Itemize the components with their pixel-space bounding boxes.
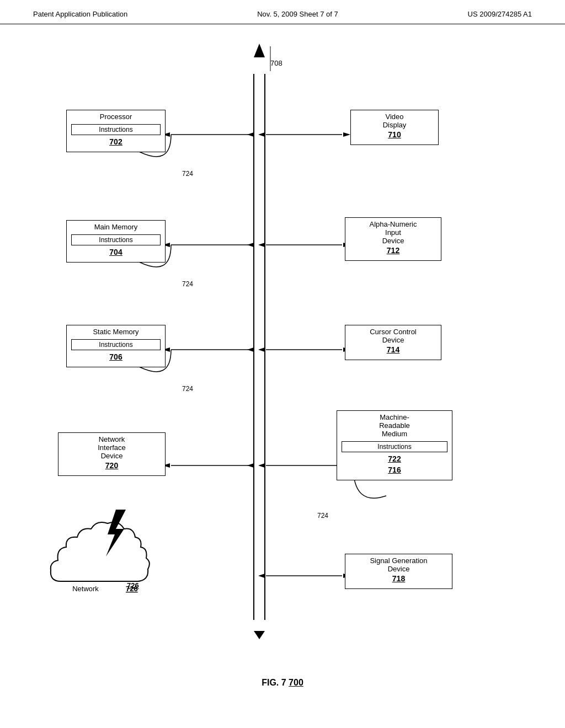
static-memory-box: Static Memory Instructions 706: [66, 325, 166, 367]
static-memory-number: 706: [67, 352, 165, 363]
signal-generation-number: 718: [345, 574, 452, 585]
machine-readable-instructions: Instructions: [342, 441, 447, 452]
svg-marker-18: [247, 463, 254, 468]
svg-text:Network: Network: [72, 585, 99, 593]
svg-marker-27: [258, 347, 265, 352]
svg-marker-34: [258, 574, 265, 578]
processor-box: Processor Instructions 702: [66, 110, 166, 152]
main-memory-instructions: Instructions: [71, 234, 161, 245]
alpha-numeric-number: 712: [345, 246, 441, 257]
svg-text:724: 724: [182, 280, 193, 288]
cursor-control-label: Cursor Control Device: [345, 325, 441, 345]
processor-label: Processor: [67, 110, 165, 122]
header-left: Patent Application Publication: [33, 10, 127, 18]
svg-marker-10: [247, 243, 254, 247]
cursor-control-number: 714: [345, 345, 441, 356]
svg-marker-3: [254, 631, 265, 639]
figure-number: 700: [289, 678, 303, 687]
video-display-box: Video Display 710: [350, 110, 439, 145]
cursor-control-box: Cursor Control Device 714: [345, 325, 441, 360]
machine-readable-inner-number: 722: [337, 454, 452, 465]
header-center: Nov. 5, 2009 Sheet 7 of 7: [257, 10, 338, 18]
figure-caption: FIG. 7 700: [0, 678, 565, 688]
processor-instructions: Instructions: [71, 124, 161, 135]
machine-readable-label: Machine- Readable Medium: [337, 411, 452, 439]
video-display-label: Video Display: [351, 110, 438, 130]
svg-text:724: 724: [182, 170, 193, 178]
signal-generation-box: Signal Generation Device 718: [345, 554, 452, 589]
network-interface-label: Network Interface Device: [58, 433, 165, 461]
svg-marker-14: [247, 347, 254, 352]
static-memory-label: Static Memory: [67, 325, 165, 337]
svg-marker-6: [247, 132, 254, 137]
signal-generation-label: Signal Generation Device: [345, 554, 452, 574]
machine-readable-outer-number: 716: [337, 465, 452, 477]
main-memory-label: Main Memory: [67, 221, 165, 232]
processor-number: 702: [67, 137, 165, 148]
alpha-numeric-box: Alpha-Numeric Input Device 712: [345, 217, 441, 261]
network-interface-number: 720: [58, 461, 165, 472]
svg-marker-20: [343, 132, 350, 137]
svg-marker-21: [258, 132, 265, 137]
alpha-numeric-label: Alpha-Numeric Input Device: [345, 218, 441, 246]
network-interface-box: Network Interface Device 720: [58, 432, 166, 476]
diagram-area: 724 724 724 724: [0, 24, 565, 675]
svg-marker-24: [258, 243, 265, 247]
svg-text:708: 708: [270, 59, 282, 67]
svg-text:724: 724: [182, 385, 193, 393]
svg-marker-37: [106, 510, 126, 556]
main-memory-box: Main Memory Instructions 704: [66, 220, 166, 263]
svg-marker-30: [258, 463, 265, 468]
figure-label: FIG. 7 700: [262, 678, 303, 687]
main-memory-number: 704: [67, 248, 165, 259]
static-memory-instructions: Instructions: [71, 339, 161, 350]
video-display-number: 710: [351, 130, 438, 141]
network-726-label: 726: [127, 581, 139, 590]
svg-marker-2: [254, 44, 265, 57]
machine-readable-outer-box: Machine- Readable Medium Instructions 72…: [337, 410, 452, 480]
page-header: Patent Application Publication Nov. 5, 2…: [0, 0, 565, 24]
svg-text:724: 724: [317, 512, 328, 520]
header-right: US 2009/274285 A1: [468, 10, 532, 18]
